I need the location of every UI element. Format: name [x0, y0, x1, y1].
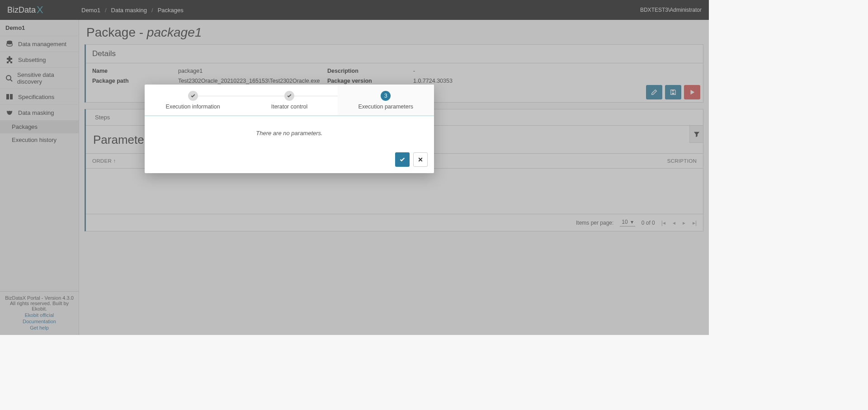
modal-body-text: There are no parameters. — [145, 116, 434, 148]
wizard-step-2[interactable]: Iterator control — [241, 85, 337, 115]
check-icon — [190, 93, 196, 99]
wizard-step-1[interactable]: Execution information — [145, 85, 241, 115]
confirm-button[interactable] — [395, 152, 410, 167]
wizard-step-label: Execution information — [149, 104, 236, 110]
cancel-button[interactable] — [413, 152, 428, 167]
check-icon — [287, 93, 292, 99]
wizard-step-label: Execution parameters — [342, 104, 429, 110]
wizard-step-label: Iterator control — [245, 104, 333, 110]
wizard-step-badge: 3 — [381, 91, 391, 101]
wizard-step-badge — [188, 91, 198, 101]
wizard-step-badge — [284, 91, 294, 101]
wizard-step-3[interactable]: 3 Execution parameters — [338, 85, 434, 115]
close-icon — [418, 157, 423, 162]
execution-wizard-modal: Execution information Iterator control 3… — [145, 85, 434, 173]
check-icon — [399, 156, 406, 163]
